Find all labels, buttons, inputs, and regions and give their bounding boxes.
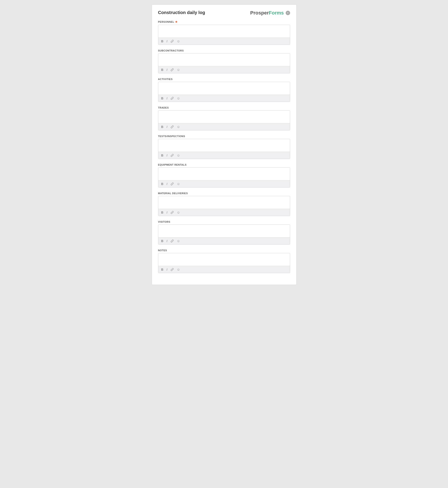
emoji-button[interactable]: ☺	[176, 39, 181, 43]
emoji-button[interactable]: ☺	[176, 181, 181, 186]
editor-toolbar-tests-inspections: BI☺	[158, 152, 290, 159]
header-right: ProsperForms ×	[250, 10, 290, 16]
editor-wrapper-trades: BI☺	[158, 110, 290, 130]
form-title: Construction daily log	[158, 10, 205, 15]
link-button[interactable]	[170, 182, 174, 186]
link-button[interactable]	[170, 211, 174, 214]
emoji-button[interactable]: ☺	[176, 267, 181, 272]
editor-toolbar-equipment-rentals: BI☺	[158, 180, 290, 187]
link-button[interactable]	[170, 268, 174, 272]
field-label-personnel: PERSONNEL★	[158, 20, 290, 24]
link-button[interactable]	[170, 239, 174, 243]
editor-input-visitors[interactable]	[158, 225, 290, 236]
form-header: Construction daily log ProsperForms ×	[158, 10, 290, 16]
editor-input-trades[interactable]	[158, 110, 290, 122]
field-group-activities: ACTIVITIESBI☺	[158, 78, 290, 102]
italic-button[interactable]: I	[166, 96, 168, 101]
bold-button[interactable]: B	[160, 267, 164, 272]
bold-button[interactable]: B	[160, 210, 164, 215]
editor-input-tests-inspections[interactable]	[158, 139, 290, 151]
field-group-equipment-rentals: EQUIPMENT RENTALSBI☺	[158, 163, 290, 188]
editor-wrapper-personnel: BI☺	[158, 25, 290, 45]
editor-input-subcontractors[interactable]	[158, 54, 290, 65]
emoji-button[interactable]: ☺	[176, 210, 181, 215]
italic-button[interactable]: I	[166, 39, 168, 43]
field-group-personnel: PERSONNEL★BI☺	[158, 20, 290, 45]
editor-input-notes[interactable]	[158, 253, 290, 265]
editor-wrapper-material-deliveries: BI☺	[158, 196, 290, 216]
editor-wrapper-equipment-rentals: BI☺	[158, 167, 290, 188]
field-label-trades: TRADES	[158, 106, 290, 109]
emoji-button[interactable]: ☺	[176, 124, 181, 129]
editor-input-material-deliveries[interactable]	[158, 196, 290, 208]
required-indicator: ★	[175, 20, 178, 24]
italic-button[interactable]: I	[166, 125, 168, 129]
editor-wrapper-tests-inspections: BI☺	[158, 139, 290, 159]
field-group-notes: NOTESBI☺	[158, 249, 290, 273]
field-label-subcontractors: SUBCONTRACTORS	[158, 49, 290, 52]
close-button[interactable]: ×	[286, 11, 290, 15]
italic-button[interactable]: I	[166, 68, 168, 72]
link-button[interactable]	[170, 153, 174, 157]
link-button[interactable]	[170, 125, 174, 129]
field-label-tests-inspections: TESTS/INSPECTIONS	[158, 135, 290, 138]
emoji-button[interactable]: ☺	[176, 153, 181, 157]
italic-button[interactable]: I	[166, 210, 168, 215]
bold-button[interactable]: B	[160, 39, 164, 43]
field-label-visitors: VISITORS	[158, 220, 290, 223]
field-group-subcontractors: SUBCONTRACTORSBI☺	[158, 49, 290, 73]
editor-toolbar-visitors: BI☺	[158, 237, 290, 244]
editor-toolbar-personnel: BI☺	[158, 38, 290, 45]
form-container: Construction daily log ProsperForms × PE…	[152, 4, 296, 285]
bold-button[interactable]: B	[160, 153, 164, 157]
editor-toolbar-notes: BI☺	[158, 266, 290, 273]
italic-button[interactable]: I	[166, 182, 168, 186]
link-button[interactable]	[170, 39, 174, 43]
editor-wrapper-subcontractors: BI☺	[158, 53, 290, 73]
editor-toolbar-activities: BI☺	[158, 94, 290, 102]
bold-button[interactable]: B	[160, 125, 164, 129]
link-button[interactable]	[170, 96, 174, 100]
field-label-material-deliveries: MATERIAL DELIVERIES	[158, 192, 290, 195]
bold-button[interactable]: B	[160, 68, 164, 72]
editor-input-activities[interactable]	[158, 82, 290, 94]
editor-wrapper-visitors: BI☺	[158, 224, 290, 244]
editor-toolbar-trades: BI☺	[158, 123, 290, 130]
editor-input-equipment-rentals[interactable]	[158, 168, 290, 179]
italic-button[interactable]: I	[166, 267, 168, 272]
editor-wrapper-notes: BI☺	[158, 253, 290, 273]
emoji-button[interactable]: ☺	[176, 96, 181, 101]
bold-button[interactable]: B	[160, 96, 164, 101]
italic-button[interactable]: I	[166, 153, 168, 157]
bold-button[interactable]: B	[160, 239, 164, 243]
emoji-button[interactable]: ☺	[176, 67, 181, 72]
editor-input-personnel[interactable]	[158, 25, 290, 37]
field-group-material-deliveries: MATERIAL DELIVERIESBI☺	[158, 192, 290, 216]
editor-toolbar-subcontractors: BI☺	[158, 66, 290, 73]
link-button[interactable]	[170, 68, 174, 72]
field-group-visitors: VISITORSBI☺	[158, 220, 290, 244]
field-label-notes: NOTES	[158, 249, 290, 252]
brand-logo: ProsperForms	[250, 10, 284, 16]
editor-toolbar-material-deliveries: BI☺	[158, 209, 290, 216]
bold-button[interactable]: B	[160, 182, 164, 186]
fields-container: PERSONNEL★BI☺SUBCONTRACTORSBI☺ACTIVITIES…	[158, 20, 290, 273]
field-group-tests-inspections: TESTS/INSPECTIONSBI☺	[158, 135, 290, 159]
italic-button[interactable]: I	[166, 239, 168, 243]
field-label-equipment-rentals: EQUIPMENT RENTALS	[158, 163, 290, 166]
emoji-button[interactable]: ☺	[176, 238, 181, 243]
field-label-activities: ACTIVITIES	[158, 78, 290, 80]
field-group-trades: TRADESBI☺	[158, 106, 290, 130]
brand-prosper: Prosper	[250, 10, 269, 16]
brand-forms: Forms	[269, 10, 284, 16]
editor-wrapper-activities: BI☺	[158, 82, 290, 102]
